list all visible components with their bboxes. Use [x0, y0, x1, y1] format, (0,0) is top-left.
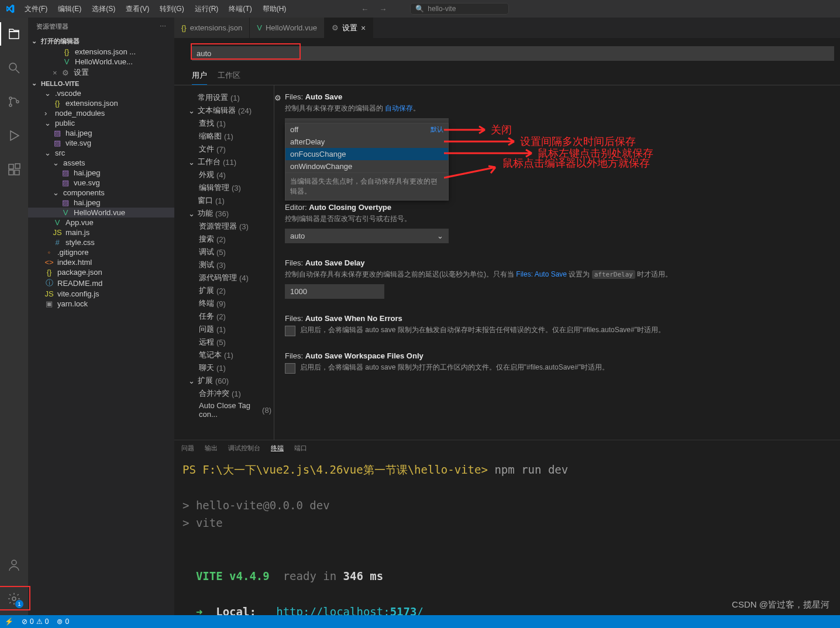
settings-nav-item[interactable]: ⌄功能 (36) — [186, 207, 274, 220]
settings-nav-item[interactable]: Auto Close Tag con... (8) — [186, 400, 274, 420]
close-icon[interactable]: × — [361, 23, 366, 33]
settings-nav-item[interactable]: 搜索 (2) — [186, 233, 274, 246]
file-item[interactable]: ▣yarn.lock — [28, 299, 174, 309]
menu-view[interactable]: 查看(V) — [121, 2, 154, 16]
file-item[interactable]: ▨hai.jpeg — [28, 168, 174, 178]
source-control-icon[interactable] — [0, 90, 28, 113]
menu-run[interactable]: 运行(R) — [190, 2, 223, 16]
menu-selection[interactable]: 选择(S) — [87, 2, 120, 16]
run-debug-icon[interactable] — [0, 124, 28, 147]
file-item[interactable]: ▨hai.jpeg — [28, 198, 174, 208]
open-editor-item[interactable]: ×⚙设置 — [28, 67, 174, 78]
menu-go[interactable]: 转到(G) — [155, 2, 188, 16]
file-item[interactable]: ◦.gitignore — [28, 247, 174, 257]
editor-tab[interactable]: VHelloWorld.vue — [250, 18, 325, 38]
settings-nav-item[interactable]: ⌄工作台 (11) — [186, 156, 274, 168]
file-item[interactable]: {}extensions.json — [28, 98, 174, 108]
settings-nav-item[interactable]: 终端 (9) — [186, 297, 274, 310]
status-problems[interactable]: ⊘0 ⚠0 — [22, 617, 49, 626]
editor-tab[interactable]: {}extensions.json — [174, 18, 250, 38]
command-center[interactable]: 🔍 hello-vite — [410, 3, 509, 15]
search-activity-icon[interactable] — [0, 56, 28, 80]
panel-tab[interactable]: 调试控制台 — [228, 444, 260, 453]
settings-nav-item[interactable]: 扩展 (2) — [186, 284, 274, 297]
settings-nav-item[interactable]: 查找 (1) — [186, 117, 274, 130]
project-section[interactable]: ⌄HELLO-VITE — [28, 78, 174, 88]
settings-nav-item[interactable]: 聊天 (1) — [186, 361, 274, 374]
file-item[interactable]: ▨hai.jpeg — [28, 128, 174, 138]
panel-tab[interactable]: 问题 — [181, 444, 194, 453]
noerrors-checkbox[interactable] — [285, 326, 295, 336]
setting-modified-icon[interactable]: ⚙ — [274, 94, 281, 102]
more-icon[interactable]: ⋯ — [160, 23, 166, 30]
folder-item[interactable]: ⌄public — [28, 118, 174, 128]
dropdown-option[interactable]: off默认 — [285, 123, 448, 136]
extensions-icon[interactable] — [0, 158, 28, 181]
menu-terminal[interactable]: 终端(T) — [224, 2, 256, 16]
status-port[interactable]: ⊚0 — [57, 617, 69, 626]
file-item[interactable]: ▨vue.svg — [28, 178, 174, 188]
settings-nav-item[interactable]: 测试 (3) — [186, 258, 274, 271]
settings-nav-item[interactable]: 缩略图 (1) — [186, 130, 274, 143]
settings-nav-item[interactable]: 文件 (7) — [186, 143, 274, 156]
panel-tab[interactable]: 终端 — [271, 444, 284, 453]
noerrors-link[interactable]: auto save — [365, 326, 395, 334]
delay-input[interactable]: 1000 — [285, 284, 384, 299]
settings-nav-item[interactable]: 外观 (4) — [186, 168, 274, 181]
file-item[interactable]: #style.css — [28, 237, 174, 247]
file-item[interactable]: JSvite.config.js — [28, 289, 174, 299]
dropdown-option[interactable]: onWindowChange — [285, 160, 448, 172]
back-icon[interactable]: ← — [361, 5, 369, 13]
settings-nav-item[interactable]: 窗口 (1) — [186, 194, 274, 207]
folder-item[interactable]: ⌄src — [28, 148, 174, 158]
dropdown-option[interactable]: afterDelay — [285, 136, 448, 148]
overtype-select[interactable]: auto ⌄ — [285, 229, 449, 243]
settings-nav-item[interactable]: 资源管理器 (3) — [186, 220, 274, 233]
settings-nav-item[interactable]: 常用设置 (1) — [186, 91, 274, 104]
menu-help[interactable]: 帮助(H) — [258, 2, 291, 16]
folder-item[interactable]: ⌄components — [28, 188, 174, 198]
settings-nav-item[interactable]: 远程 (5) — [186, 336, 274, 348]
open-editor-item[interactable]: {}extensions.json ... — [28, 47, 174, 57]
file-item[interactable]: ⓘREADME.md — [28, 277, 174, 289]
settings-nav-item[interactable]: 调试 (5) — [186, 246, 274, 258]
forward-icon[interactable]: → — [379, 5, 387, 13]
file-item[interactable]: JSmain.js — [28, 227, 174, 237]
accounts-icon[interactable] — [0, 553, 28, 577]
explorer-icon[interactable] — [0, 22, 28, 46]
settings-nav-item[interactable]: 任务 (2) — [186, 310, 274, 323]
folder-item[interactable]: ⌄assets — [28, 158, 174, 168]
file-item[interactable]: VApp.vue — [28, 218, 174, 227]
settings-nav-item[interactable]: 源代码管理 (4) — [186, 271, 274, 284]
dropdown-option[interactable]: onFocusChange — [285, 148, 448, 160]
file-item[interactable]: ▨vite.svg — [28, 138, 174, 148]
workspace-checkbox[interactable] — [285, 363, 295, 374]
editor-tab[interactable]: ⚙设置× — [325, 18, 373, 38]
workspace-link[interactable]: auto save — [365, 363, 395, 371]
settings-nav-item[interactable]: ⌄扩展 (60) — [186, 374, 274, 387]
panel-tab[interactable]: 输出 — [205, 444, 218, 453]
close-icon[interactable]: × — [53, 68, 57, 77]
folder-item[interactable]: ›node_modules — [28, 108, 174, 118]
folder-item[interactable]: ⌄.vscode — [28, 88, 174, 98]
file-item[interactable]: <>index.html — [28, 257, 174, 267]
settings-gear-icon[interactable]: 1 — [0, 587, 28, 610]
settings-nav-item[interactable]: 合并冲突 (1) — [186, 387, 274, 400]
settings-nav-item[interactable]: 问题 (1) — [186, 323, 274, 336]
open-editors-section[interactable]: ⌄打开的编辑器 — [28, 36, 174, 47]
remote-indicator[interactable]: ⚡ — [5, 617, 13, 626]
autosave-link[interactable]: 自动保存 — [385, 104, 413, 112]
file-item[interactable]: VHelloWorld.vue — [28, 208, 174, 218]
settings-nav-item[interactable]: ⌄文本编辑器 (24) — [186, 104, 274, 117]
panel-tab[interactable]: 端口 — [294, 444, 307, 453]
scope-user-tab[interactable]: 用户 — [192, 67, 207, 85]
delay-link[interactable]: Files: Auto Save — [516, 270, 567, 278]
open-editor-item[interactable]: VHelloWorld.vue... — [28, 57, 174, 67]
settings-nav-item[interactable]: 编辑管理 (3) — [186, 181, 274, 194]
menu-edit[interactable]: 编辑(E) — [53, 2, 86, 16]
scope-workspace-tab[interactable]: 工作区 — [218, 67, 240, 85]
menu-file[interactable]: 文件(F) — [20, 2, 52, 16]
settings-nav-item[interactable]: 笔记本 (1) — [186, 348, 274, 361]
terminal-output[interactable]: PS F:\大一下\vue2.js\4.26vue第一节课\hello-vite… — [174, 456, 840, 615]
file-item[interactable]: {}package.json — [28, 267, 174, 277]
